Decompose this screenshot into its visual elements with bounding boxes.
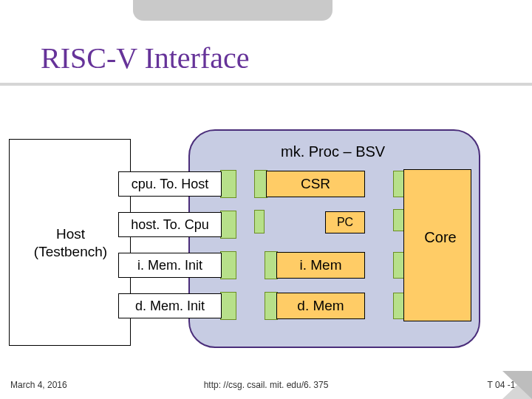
host-label: Host (Testbench) (13, 225, 128, 261)
host-label-line2: (Testbench) (34, 244, 107, 259)
connector-stub (220, 292, 236, 320)
core-label: Core (411, 229, 470, 246)
title-underline (0, 83, 532, 86)
imem-box: i. Mem (276, 252, 365, 279)
iface-cpuToHost: cpu. To. Host (118, 171, 222, 197)
host-label-line1: Host (56, 226, 85, 242)
connector-stub (220, 251, 236, 279)
pc-box: PC (325, 211, 365, 233)
footer-url: http: //csg. csail. mit. edu/6. 375 (0, 380, 532, 390)
connector-stub (220, 211, 236, 239)
top-accent-bar (133, 0, 332, 21)
proc-title: mk. Proc – BSV (281, 143, 385, 160)
connector-stub (254, 210, 265, 233)
corner-fold-icon (502, 371, 532, 399)
iface-iMemInit: i. Mem. Init (118, 253, 222, 278)
dmem-box: d. Mem (276, 293, 365, 319)
iface-dMemInit: d. Mem. Init (118, 293, 222, 318)
csr-box: CSR (266, 171, 365, 197)
iface-hostToCpu: host. To. Cpu (118, 212, 222, 237)
slide-title: RISC-V Interface (41, 41, 250, 75)
connector-stub (220, 170, 236, 198)
